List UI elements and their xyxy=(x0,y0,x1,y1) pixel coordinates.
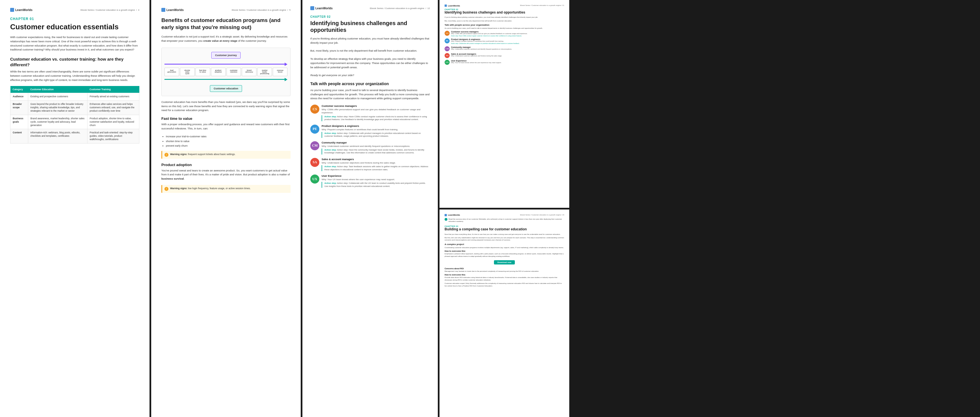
bullet-item: shorten time to value xyxy=(166,139,291,143)
ch02-intro1: If you're thinking about piloting custom… xyxy=(310,36,430,45)
warning-box-fast: ! Warning signs: frequent support ticket… xyxy=(161,151,291,159)
warning-text-fast: Warning signs: frequent support tickets … xyxy=(170,153,235,155)
logo-learnworlds-p1: LearnWorlds xyxy=(10,8,32,12)
table-header-training: Customer Training xyxy=(87,86,139,93)
thumb-complex-project-text: Coordinating customer education programs… xyxy=(445,246,564,249)
persona-why-sa: Why: Understand customer objectives and … xyxy=(321,161,430,164)
thumb-talk-body: As you're building your case, you'll nee… xyxy=(445,27,564,29)
ch02-label: CHAPTER 02 xyxy=(310,15,430,18)
box-sales-cycle: shortersalescycle xyxy=(180,68,195,76)
box-lead-gen: leadgeneration xyxy=(164,68,179,76)
persona-avatar-ux: UX xyxy=(310,174,319,184)
box-fast-time: fast timeto value xyxy=(196,68,210,76)
box-advocacy: brandadvocacy xyxy=(242,68,256,76)
persona-action-cm: Action step: Action step: Have the commu… xyxy=(321,149,430,154)
thumb-action-pe: Action step: Collaborate with product ma… xyxy=(451,43,520,44)
persona-content-pe: Product designers & engineers Why: Pinpo… xyxy=(321,125,430,138)
persona-action-ux: Action step: Action step: Collaborate wi… xyxy=(321,182,430,188)
ch02-intro4: Ready to get everyone on your side? xyxy=(310,73,430,78)
table-row: Broader scope Goes beyond the product to… xyxy=(10,101,139,115)
box-revenue: revenueboost xyxy=(273,68,288,76)
thumbnail-pair: LearnWorlds Ebook Series / Customer educ… xyxy=(439,0,569,417)
persona-content-cs: Customer success managers Why: CSMs offe… xyxy=(321,105,430,121)
thumb-persona-text-cm: Why: Understand customer sentiment and i… xyxy=(451,48,512,50)
thumb-logo-icon-1 xyxy=(445,5,447,7)
logo-learnworlds-p3: LearnWorlds xyxy=(310,6,332,10)
thumb-ch03-title: Building a compelling case for customer … xyxy=(445,227,564,231)
persona-content-ux: User Experience Why: Your UX team knows … xyxy=(321,174,430,188)
thumb-persona-title-pe: Product designers & engineers xyxy=(451,38,520,40)
thumb-persona-content-sa: Sales & account managers Why: Understand… xyxy=(451,53,502,58)
breadcrumb-p2: Ebook Series / Customer education is a g… xyxy=(232,9,291,11)
thumb-read-note: Read the success story of our customer W… xyxy=(445,218,564,224)
thumb-persona-sa: SA Sales & account managers Why: Underst… xyxy=(445,53,564,58)
thumb-avatar-pe: PE xyxy=(445,38,450,43)
thumb-avatar-ux: UX xyxy=(445,60,450,65)
logo-icon-p3 xyxy=(310,6,314,10)
thumb-ch02-label: CHAPTER 02 xyxy=(445,8,564,10)
page-1-header: LearnWorlds Ebook Series / Customer educ… xyxy=(10,8,139,12)
benefits-explanation: Customer education has more benefits tha… xyxy=(161,100,291,113)
purple-arrowhead xyxy=(285,63,288,66)
page-chapter-01: LearnWorlds Ebook Series / Customer educ… xyxy=(0,0,150,417)
table-cell-training-3: Practical and task-oriented: step-by-ste… xyxy=(87,129,139,144)
talk-heading: Talk with people across your organizatio… xyxy=(310,81,430,86)
ch02-intro3: To develop an effective strategy that al… xyxy=(310,57,430,69)
thumb-ch02-title: Identifying business challenges and oppo… xyxy=(445,10,564,14)
box-positioning: marketleaderpositioning xyxy=(257,68,272,76)
thumb-ch03-body1: Now that you have everything clear, it's… xyxy=(445,233,564,235)
teal-line xyxy=(164,79,285,80)
thumb-logo-2: LearnWorlds xyxy=(445,214,460,216)
table-cell-cat-3: Content xyxy=(10,129,28,144)
persona-avatar-pe: PE xyxy=(310,125,319,134)
table-cell-cat-2: Business goals xyxy=(10,115,28,129)
thumb-persona-title-cm: Community manager xyxy=(451,46,512,48)
table-row: Audience Existing and prospective custom… xyxy=(10,93,139,101)
page-2-header: LearnWorlds Ebook Series / Customer educ… xyxy=(161,8,291,12)
breadcrumb-p1: Ebook Series / Customer education is a g… xyxy=(80,9,139,11)
persona-title-ux: User Experience xyxy=(321,174,430,178)
benefits-title: Benefits of customer education programs … xyxy=(161,17,291,31)
thumb-ch03-header: LearnWorlds Ebook Series / Customer educ… xyxy=(445,214,564,216)
table-cell-edu-1: Goes beyond the product to offer broader… xyxy=(28,101,87,115)
table-cell-training-2: Product adoption, shorter time to value,… xyxy=(87,115,139,129)
persona-ux: UX User Experience Why: Your UX team kno… xyxy=(310,174,430,188)
persona-cm: CM Community manager Why: Understand cus… xyxy=(310,141,430,154)
thumb-how1-title: How to overcome this: xyxy=(445,250,564,252)
persona-sa: SA Sales & account managers Why: Underst… xyxy=(310,158,430,171)
page-num-p3: 12 xyxy=(427,7,430,10)
page-num-p1: 4 xyxy=(138,9,139,11)
thumb-footer-text: Customer education expert Vicky Kennedy … xyxy=(445,282,564,287)
persona-action-cs: Action step: Action step: Have CSMs cond… xyxy=(321,115,430,121)
persona-action-sa: Action step: Action step: Task feedback … xyxy=(321,165,430,171)
talk-text: As you're building your case, you'll nee… xyxy=(310,88,430,101)
download-btn[interactable]: Download now xyxy=(494,260,515,265)
persona-content-sa: Sales & account managers Why: Understand… xyxy=(321,158,430,171)
breadcrumb-text-p3: Ebook Series / Customer education is a g… xyxy=(370,7,424,10)
persona-why-ux: Why: Your UX team knows where the user e… xyxy=(321,178,430,181)
thumb-avatar-cs: CS xyxy=(445,31,450,36)
thumb-action-cs: Action step: Have CSMs conduct regular c… xyxy=(451,35,528,37)
comparison-table: Category Customer Education Customer Tra… xyxy=(10,86,139,144)
logo-icon-p2 xyxy=(161,8,165,12)
thumb-persona-content-cm: Community manager Why: Understand custom… xyxy=(451,46,512,51)
intro-text-p1: With customer expectations rising, the n… xyxy=(10,35,139,52)
thumb-talk-title: Talk with people across your organizatio… xyxy=(445,24,564,26)
purple-line xyxy=(164,64,285,65)
table-header-edu: Customer Education xyxy=(28,86,87,93)
thumb-ch03: LearnWorlds Ebook Series / Customer educ… xyxy=(439,209,569,417)
bullet-item: prevent early churn xyxy=(166,144,291,148)
logo-icon-p1 xyxy=(10,8,14,12)
table-cell-cat-1: Broader scope xyxy=(10,101,28,115)
thumb-avatar-sa: SA xyxy=(445,53,450,58)
table-cell-cat-0: Audience xyxy=(10,93,28,101)
thumb-how2-title: How to overcome this: xyxy=(445,274,564,276)
thumb-persona-cs: CS Customer success managers Why: CSMs o… xyxy=(445,31,564,37)
warning-icon-fast: ! xyxy=(164,153,169,157)
thumb-download-container: Download now xyxy=(445,258,564,266)
thumb-ch02-body1: If you're thinking about piloting custom… xyxy=(445,16,564,18)
breadcrumb-text-p2: Ebook Series / Customer education is a g… xyxy=(232,9,286,11)
section-product-title: Product adoption xyxy=(161,163,291,167)
thumb-logo-icon-2 xyxy=(445,214,447,216)
logo-learnworlds-p2: LearnWorlds xyxy=(161,8,184,12)
